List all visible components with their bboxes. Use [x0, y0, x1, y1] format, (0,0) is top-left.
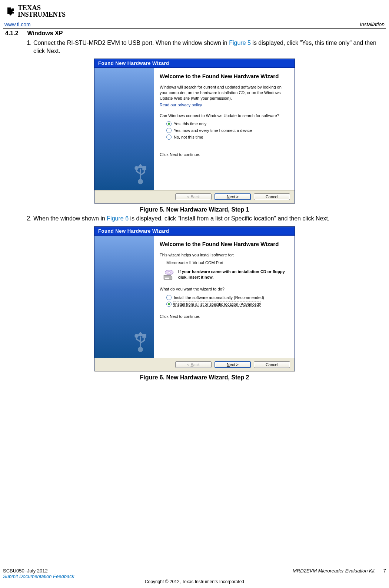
- section-title: Windows XP: [27, 30, 63, 36]
- back-button: < Back: [175, 361, 212, 368]
- step2-text-pre: When the window shown in: [33, 215, 107, 222]
- wizard2-question: What do you want the wizard to do?: [160, 286, 288, 292]
- ti-logo-line2: INSTRUMENTS: [18, 11, 66, 18]
- cd-hint-text: If your hardware came with an installati…: [178, 269, 288, 280]
- back-hotkey: B: [191, 362, 193, 367]
- radio-yes-always[interactable]: Yes, now and every time I connect a devi…: [166, 128, 288, 133]
- ti-logo-text: TEXAS INSTRUMENTS: [18, 4, 66, 18]
- wizard2-device: Microreader II Virtual COM Port: [166, 260, 288, 266]
- ti-logo-line1: TEXAS: [18, 4, 41, 11]
- page-number: 7: [383, 568, 386, 574]
- next-button[interactable]: Next >: [215, 193, 251, 200]
- step1-text-pre: Connect the RI-STU-MRD2 EVM to USB port.…: [33, 40, 229, 46]
- ti-chip-icon: [6, 6, 16, 16]
- svg-point-7: [168, 272, 170, 273]
- wizard1-heading: Welcome to the Found New Hardware Wizard: [160, 73, 288, 80]
- next-rest: ext >: [230, 362, 239, 367]
- radio-label: Yes, this time only: [174, 122, 206, 126]
- radio-label: Install the software automatically (Reco…: [174, 295, 264, 300]
- figure-5-ref[interactable]: Figure 5: [229, 40, 251, 46]
- wizard-dialog-1: Found New Hardware Wizard Welcome to the…: [94, 59, 295, 203]
- radio-label: Install from a list or specific location…: [174, 302, 260, 306]
- radio-no[interactable]: No, not this time: [166, 134, 288, 140]
- wizard2-intro: This wizard helps you install software f…: [160, 252, 288, 258]
- step-1: Connect the RI-STU-MRD2 EVM to USB port.…: [33, 39, 384, 55]
- wizard-dialog-2: Found New Hardware Wizard Welcome to the…: [94, 226, 295, 371]
- wizard1-radio-group: Yes, this time only Yes, now and every t…: [166, 121, 288, 140]
- figure-5: Found New Hardware Wizard Welcome to the…: [5, 59, 384, 213]
- wizard2-radio-group: Install the software automatically (Reco…: [166, 295, 288, 307]
- cd-hint-row: If your hardware came with an installati…: [163, 269, 288, 280]
- next-hotkey: N: [227, 195, 230, 199]
- next-hotkey: N: [227, 362, 230, 367]
- back-button: < Back: [175, 193, 212, 200]
- figure-6-caption: Figure 6. New Hardware Wizard, Step 2: [5, 374, 384, 381]
- steps-list: Connect the RI-STU-MRD2 EVM to USB port.…: [20, 39, 384, 55]
- copyright: Copyright © 2012, Texas Instruments Inco…: [3, 579, 386, 584]
- wizard2-buttons: < Back Next > Cancel: [94, 358, 295, 371]
- radio-install-list[interactable]: Install from a list or specific location…: [166, 302, 288, 307]
- wizard2-titlebar: Found New Hardware Wizard: [94, 227, 295, 236]
- wizard2-continue: Click Next to continue.: [160, 314, 288, 319]
- section-heading: 4.1.2Windows XP: [5, 29, 384, 39]
- wizard2-sidebar: [94, 236, 154, 358]
- figure-6-ref[interactable]: Figure 6: [107, 215, 129, 222]
- wizard1-titlebar: Found New Hardware Wizard: [94, 59, 295, 68]
- ti-logo: TEXAS INSTRUMENTS: [3, 3, 386, 21]
- section-breadcrumb: Installation: [360, 21, 385, 27]
- next-rest: ext >: [230, 195, 239, 199]
- wizard1-question: Can Windows connect to Windows Update to…: [160, 113, 288, 119]
- privacy-link[interactable]: Read our privacy policy: [160, 103, 202, 107]
- radio-icon: [166, 295, 172, 300]
- site-link[interactable]: www.ti.com: [4, 21, 31, 27]
- wizard1-para: Windows will search for current and upda…: [160, 84, 288, 101]
- radio-icon: [166, 121, 172, 126]
- step2-text-post: is displayed, click "Install from a list…: [129, 215, 329, 222]
- figure-6: Found New Hardware Wizard Welcome to the…: [5, 226, 384, 381]
- figure-5-caption: Figure 5. New Hardware Wizard, Step 1: [5, 206, 384, 213]
- radio-icon: [166, 302, 172, 307]
- radio-install-auto[interactable]: Install the software automatically (Reco…: [166, 295, 288, 300]
- cd-icon: [163, 269, 174, 280]
- svg-rect-8: [165, 278, 169, 279]
- cancel-button[interactable]: Cancel: [254, 193, 290, 200]
- radio-yes-once[interactable]: Yes, this time only: [166, 121, 288, 126]
- radio-label: Yes, now and every time I connect a devi…: [174, 128, 252, 133]
- wizard1-buttons: < Back Next > Cancel: [94, 190, 295, 203]
- next-button[interactable]: Next >: [215, 361, 251, 368]
- radio-label: No, not this time: [174, 135, 203, 139]
- page-footer: SCBU050–July 2012 Submit Documentation F…: [3, 567, 386, 584]
- steps-list-cont: When the window shown in Figure 6 is dis…: [20, 215, 384, 223]
- radio-icon: [166, 128, 172, 133]
- back-pre: <: [187, 362, 190, 367]
- page-header: www.ti.com Installation: [3, 21, 386, 29]
- wizard2-heading: Welcome to the Found New Hardware Wizard: [160, 241, 288, 248]
- usb-icon: [130, 332, 151, 353]
- wizard1-sidebar: [94, 68, 154, 190]
- doc-number: SCBU050–July 2012: [3, 568, 48, 574]
- radio-icon: [166, 134, 172, 140]
- wizard1-continue: Click Next to continue.: [160, 152, 288, 157]
- cancel-button[interactable]: Cancel: [254, 361, 290, 368]
- doc-name: MRD2EVM Microreader Evaluation Kit: [293, 568, 375, 574]
- usb-icon: [130, 164, 151, 185]
- feedback-link[interactable]: Submit Documentation Feedback: [3, 574, 74, 579]
- back-post: ack: [193, 362, 200, 367]
- step-2: When the window shown in Figure 6 is dis…: [33, 215, 384, 223]
- section-number: 4.1.2: [5, 30, 19, 36]
